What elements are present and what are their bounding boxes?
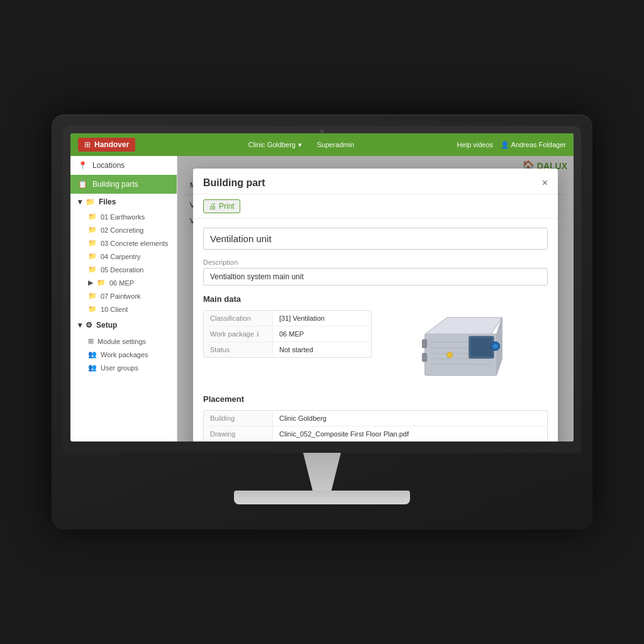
work-package-val: 06 MEP (273, 326, 371, 341)
sidebar-file-04[interactable]: 📁 04 Carpentry (70, 250, 177, 263)
folder-icon: 📁 (88, 265, 97, 274)
print-button[interactable]: 🖨 Print (203, 199, 240, 213)
classification-val: [31] Ventilation (273, 311, 371, 326)
sidebar-file-06[interactable]: ▶ 📁 06 MEP (70, 276, 177, 289)
folder-icon: 📁 (88, 226, 97, 234)
main-data-right (379, 310, 548, 386)
building-row: Building Clinic Goldberg (204, 411, 547, 426)
brand-name: Handover (94, 140, 129, 149)
svg-rect-10 (470, 338, 492, 357)
sidebar-item-building-parts[interactable]: 📋 Building parts (70, 175, 177, 194)
printer-icon: 🖨 (209, 202, 216, 211)
svg-rect-15 (422, 353, 426, 362)
brand-logo[interactable]: ⊞ Handover (78, 138, 135, 152)
sidebar-file-10[interactable]: 📁 10 Client (70, 303, 177, 316)
sidebar-file-05[interactable]: 📁 05 Decoration (70, 263, 177, 276)
help-videos-link[interactable]: Help videos (457, 141, 493, 148)
sidebar-setup-header[interactable]: ▾ ⚙ Setup (70, 316, 177, 335)
sidebar-file-07[interactable]: 📁 07 Paintwork (70, 289, 177, 303)
building-key: Building (204, 411, 273, 426)
project-selector[interactable]: Clinic Goldberg ▾ (248, 141, 302, 149)
main-data-section-title: Main data (203, 294, 548, 304)
main-data-left: Classification [31] Ventilation Work pac… (203, 310, 372, 386)
header-right: Help videos 👤 Andreas Foldager (457, 141, 566, 149)
svg-rect-14 (422, 340, 426, 348)
app-body: 📍 Locations 📋 Building parts ▾ 📁 Files 📁 (70, 156, 574, 441)
building-part-modal: Building part × 🖨 Print (193, 169, 558, 441)
drawing-key: Drawing (204, 426, 273, 441)
svg-point-12 (493, 344, 497, 348)
folder-icon: 📁 (88, 305, 97, 313)
chevron-right-icon: ▶ (88, 279, 93, 287)
status-key: Status (204, 342, 273, 357)
sidebar-user-groups[interactable]: 👥 User groups (70, 361, 177, 374)
sidebar-module-settings[interactable]: ⊞ Module settings (70, 335, 177, 348)
modal-body: Description Main data Classification (193, 219, 558, 441)
main-data-table: Classification [31] Ventilation Work pac… (203, 310, 372, 358)
folder-icon: 📁 (88, 252, 97, 260)
modal-toolbar: 🖨 Print (193, 194, 558, 219)
user-groups-icon: 👥 (88, 364, 97, 372)
sidebar-file-03[interactable]: 📁 03 Concrete elements (70, 236, 177, 250)
work-package-row: Work package ℹ 06 MEP (204, 326, 371, 342)
sidebar-file-01[interactable]: 📁 01 Earthworks (70, 210, 177, 223)
screen: ⊞ Handover Clinic Goldberg ▾ Superadmin … (70, 133, 574, 441)
modal-header: Building part × (193, 169, 558, 194)
settings-icon: ⊞ (88, 337, 94, 345)
main-data-two-col: Classification [31] Ventilation Work pac… (203, 310, 548, 386)
folder-icon: 📁 (86, 197, 95, 206)
modal-backdrop: Building part × 🖨 Print (177, 156, 574, 441)
classification-row: Classification [31] Ventilation (204, 311, 371, 326)
location-icon: 📍 (78, 161, 87, 170)
description-input[interactable] (203, 268, 548, 286)
modal-close-button[interactable]: × (542, 177, 548, 189)
part-name-input[interactable] (203, 228, 548, 250)
svg-marker-1 (425, 318, 502, 334)
app-header: ⊞ Handover Clinic Goldberg ▾ Superadmin … (70, 133, 574, 156)
sidebar-file-02[interactable]: 📁 02 Concreting (70, 223, 177, 236)
folder-icon: 📁 (88, 213, 97, 221)
header-center: Clinic Goldberg ▾ Superadmin (145, 141, 457, 149)
placement-table: Building Clinic Goldberg Drawing Clinic_… (203, 410, 548, 441)
modal-title: Building part (203, 177, 265, 189)
chevron-down-icon: ▾ (78, 197, 82, 206)
gear-icon: ⚙ (86, 321, 92, 330)
chevron-down-icon: ▾ (78, 321, 82, 330)
building-parts-icon: 📋 (78, 180, 87, 189)
status-row: Status Not started (204, 342, 371, 357)
drawing-val: Clinic_052_Composite First Floor Plan.pd… (273, 426, 547, 441)
work-packages-icon: 👥 (88, 350, 97, 358)
grid-icon: ⊞ (84, 140, 91, 149)
ventilation-unit-image (419, 310, 508, 386)
classification-key: Classification (204, 311, 273, 326)
sidebar: 📍 Locations 📋 Building parts ▾ 📁 Files 📁 (70, 156, 177, 441)
drawing-row: Drawing Clinic_052_Composite First Floor… (204, 426, 547, 441)
folder-icon: 📁 (88, 239, 97, 247)
sidebar-item-locations[interactable]: 📍 Locations (70, 156, 177, 175)
monitor-stand-neck (291, 453, 353, 491)
user-profile[interactable]: 👤 Andreas Foldager (501, 141, 566, 149)
svg-point-13 (447, 352, 453, 358)
status-val: Not started (273, 342, 371, 357)
work-package-key: Work package ℹ (204, 326, 273, 341)
folder-icon: 📁 (88, 292, 97, 300)
description-label: Description (203, 258, 548, 266)
monitor-base (234, 491, 410, 504)
placement-section-title: Placement (203, 394, 548, 404)
info-icon: ℹ (257, 331, 259, 338)
main-content: 🏠 DALUX Model number ▾ Warr ▾ (177, 156, 574, 441)
superadmin-link[interactable]: Superadmin (317, 141, 354, 149)
sidebar-files-header[interactable]: ▾ 📁 Files (70, 194, 177, 210)
building-val: Clinic Goldberg (273, 411, 547, 426)
folder-icon: 📁 (97, 279, 106, 287)
sidebar-work-packages[interactable]: 👥 Work packages (70, 348, 177, 361)
placement-section: Placement Building Clinic Goldberg Drawi… (203, 394, 548, 441)
